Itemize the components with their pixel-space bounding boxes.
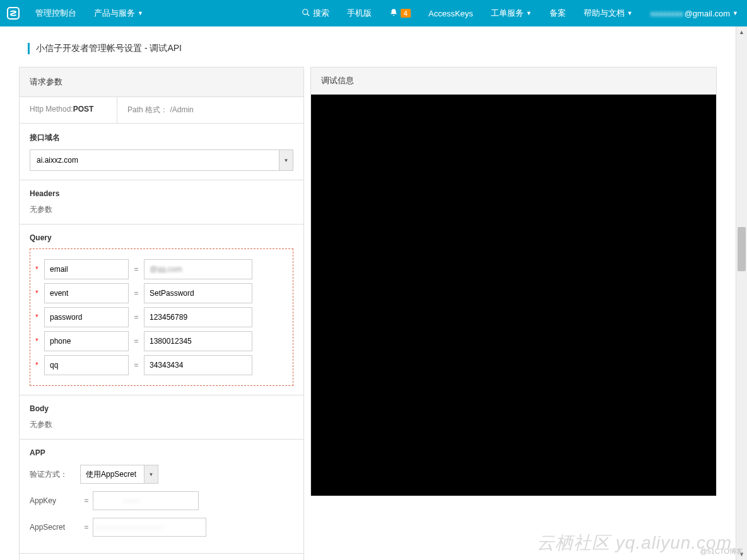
- request-panel-title: 请求参数: [20, 67, 303, 97]
- auth-method-label: 验证方式：: [30, 469, 80, 480]
- equals-sign: =: [129, 361, 144, 370]
- nav-help[interactable]: 帮助与文档 ▼: [575, 0, 642, 26]
- query-value-input[interactable]: [144, 331, 252, 351]
- required-mark: *: [35, 361, 40, 370]
- watermark-source: @51CTO博客: [700, 547, 743, 556]
- scroll-up-button[interactable]: ▲: [736, 26, 747, 38]
- path-label: Path 格式：: [127, 105, 168, 114]
- body-label: Body: [30, 404, 293, 413]
- appsecret-label: AppSecret: [30, 523, 80, 532]
- domain-select[interactable]: ▼: [30, 149, 293, 171]
- user-email-suffix: @gmail.com: [685, 9, 730, 18]
- debug-panel-title: 调试信息: [311, 67, 716, 95]
- debug-panel: 调试信息: [310, 67, 717, 496]
- method-path-row: Http Method:POST Path 格式： /Admin: [20, 97, 303, 124]
- equals-sign: =: [129, 289, 144, 298]
- auth-method-select[interactable]: ▼: [80, 465, 158, 484]
- headers-empty: 无参数: [30, 204, 293, 215]
- nav-beian[interactable]: 备案: [541, 0, 575, 26]
- nav-workorders-label: 工单服务: [491, 8, 524, 19]
- nav-user[interactable]: xxxxxxxx@gmail.com ▼: [642, 0, 747, 26]
- svg-line-2: [307, 13, 310, 16]
- top-header: 管理控制台 产品与服务 ▼ 搜索 手机版 4 AccessKeys 工单服务 ▼…: [0, 0, 747, 26]
- chevron-down-icon: ▼: [732, 10, 738, 16]
- nav-products-label: 产品与服务: [94, 8, 135, 19]
- query-area: *=*=*=*=*=: [30, 248, 293, 386]
- svg-point-1: [303, 9, 308, 14]
- auth-method-input[interactable]: [81, 465, 144, 483]
- query-key-input[interactable]: [44, 355, 129, 375]
- bell-icon: [389, 8, 398, 19]
- nav-search-label: 搜索: [313, 8, 329, 19]
- equals-sign: =: [129, 313, 144, 322]
- nav-workorders[interactable]: 工单服务 ▼: [482, 0, 541, 26]
- chevron-down-icon: ▼: [526, 10, 532, 16]
- query-value-input[interactable]: [144, 355, 252, 375]
- query-row: *=: [35, 331, 288, 351]
- scroll-track[interactable]: [736, 38, 747, 549]
- nav-notifications[interactable]: 4: [380, 0, 420, 26]
- query-key-input[interactable]: [44, 307, 129, 327]
- equals-sign: =: [80, 523, 93, 532]
- domain-label: 接口域名: [30, 132, 293, 143]
- nav-search[interactable]: 搜索: [293, 0, 338, 26]
- chevron-down-icon: ▼: [138, 10, 143, 16]
- chevron-down-icon[interactable]: ▼: [144, 465, 158, 483]
- nav-console[interactable]: 管理控制台: [26, 0, 85, 26]
- path-value: /Admin: [170, 105, 193, 114]
- query-label: Query: [30, 233, 293, 242]
- http-method-label: Http Method:: [30, 105, 73, 114]
- query-value-input[interactable]: [144, 307, 252, 327]
- appkey-input[interactable]: [93, 491, 199, 510]
- query-row: *=: [35, 283, 288, 303]
- chevron-down-icon[interactable]: ▼: [279, 150, 293, 170]
- query-value-input[interactable]: [144, 283, 252, 303]
- query-row: *=: [35, 307, 288, 327]
- equals-sign: =: [80, 496, 93, 505]
- required-mark: *: [35, 313, 40, 322]
- nav-products[interactable]: 产品与服务 ▼: [85, 0, 152, 26]
- required-mark: *: [35, 337, 40, 346]
- equals-sign: =: [129, 337, 144, 346]
- query-key-input[interactable]: [44, 331, 129, 351]
- headers-label: Headers: [30, 189, 293, 198]
- nav-help-label: 帮助与文档: [584, 8, 625, 19]
- query-row: *=: [35, 259, 288, 279]
- equals-sign: =: [129, 265, 144, 274]
- appsecret-input[interactable]: [93, 518, 206, 537]
- scroll-thumb[interactable]: [738, 227, 746, 271]
- query-row: *=: [35, 355, 288, 375]
- body-empty: 无参数: [30, 419, 293, 430]
- query-value-input[interactable]: [144, 259, 252, 279]
- required-mark: *: [35, 265, 40, 274]
- page-title: 小信子开发者管理帐号设置 - 调试API: [28, 43, 717, 54]
- user-email-prefix: xxxxxxxx: [650, 9, 683, 18]
- query-key-input[interactable]: [44, 259, 129, 279]
- required-mark: *: [35, 289, 40, 298]
- notification-badge: 4: [401, 9, 411, 18]
- http-method-value: POST: [73, 105, 94, 114]
- vertical-scrollbar[interactable]: ▲ ▼: [736, 26, 747, 560]
- nav-accesskeys[interactable]: AccessKeys: [420, 0, 482, 26]
- app-label: APP: [30, 448, 293, 457]
- chevron-down-icon: ▼: [627, 10, 633, 16]
- nav-mobile[interactable]: 手机版: [338, 0, 380, 26]
- query-key-input[interactable]: [44, 283, 129, 303]
- request-panel: 请求参数 Http Method:POST Path 格式： /Admin 接口…: [19, 67, 304, 560]
- brand-logo[interactable]: [0, 0, 26, 26]
- appkey-label: AppKey: [30, 496, 80, 505]
- search-icon: [302, 8, 310, 19]
- debug-output: [311, 95, 716, 496]
- domain-input[interactable]: [30, 150, 279, 170]
